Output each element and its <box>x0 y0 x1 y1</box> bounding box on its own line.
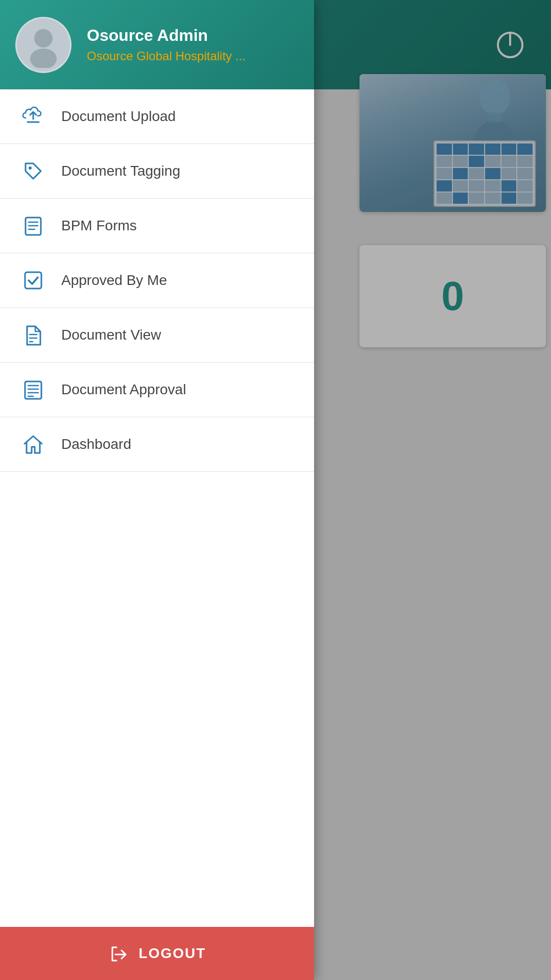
menu-label-document-approval: Document Approval <box>61 381 186 398</box>
drawer-header-text: Osource Admin Osource Global Hospitality… <box>87 26 246 63</box>
menu-label-bpm-forms: BPM Forms <box>61 218 137 234</box>
menu-item-document-upload[interactable]: Document Upload <box>0 89 314 144</box>
menu-label-approved-by-me: Approved By Me <box>61 272 167 289</box>
list-icon <box>20 213 46 238</box>
menu-item-document-approval[interactable]: Document Approval <box>0 363 314 417</box>
menu-label-dashboard: Dashboard <box>61 436 131 452</box>
menu-label-document-view: Document View <box>61 327 161 343</box>
checkbox-icon <box>20 268 46 293</box>
svg-rect-12 <box>25 272 41 289</box>
tag-icon <box>20 158 46 184</box>
svg-point-5 <box>34 29 53 47</box>
menu-item-approved-by-me[interactable]: Approved By Me <box>0 253 314 308</box>
menu-item-bpm-forms[interactable]: BPM Forms <box>0 199 314 253</box>
side-drawer: Osource Admin Osource Global Hospitality… <box>0 0 314 980</box>
svg-point-6 <box>30 49 57 68</box>
logout-icon <box>108 943 129 964</box>
menu-label-document-tagging: Document Tagging <box>61 163 180 179</box>
home-icon <box>20 432 46 457</box>
document-icon <box>20 322 46 348</box>
logout-button[interactable]: LOGOUT <box>0 927 314 980</box>
menu-item-document-view[interactable]: Document View <box>0 308 314 363</box>
avatar <box>15 17 71 73</box>
menu-label-document-upload: Document Upload <box>61 108 176 125</box>
drawer-menu: Document Upload Document Tagging <box>0 89 314 927</box>
menu-item-document-tagging[interactable]: Document Tagging <box>0 144 314 199</box>
logout-label: LOGOUT <box>139 945 206 962</box>
list-lines-icon <box>20 377 46 402</box>
drawer-org: Osource Global Hospitality ... <box>87 49 246 63</box>
upload-cloud-icon <box>20 104 46 129</box>
drawer-username: Osource Admin <box>87 26 246 45</box>
svg-point-7 <box>29 166 32 170</box>
menu-item-dashboard[interactable]: Dashboard <box>0 417 314 472</box>
drawer-header: Osource Admin Osource Global Hospitality… <box>0 0 314 89</box>
